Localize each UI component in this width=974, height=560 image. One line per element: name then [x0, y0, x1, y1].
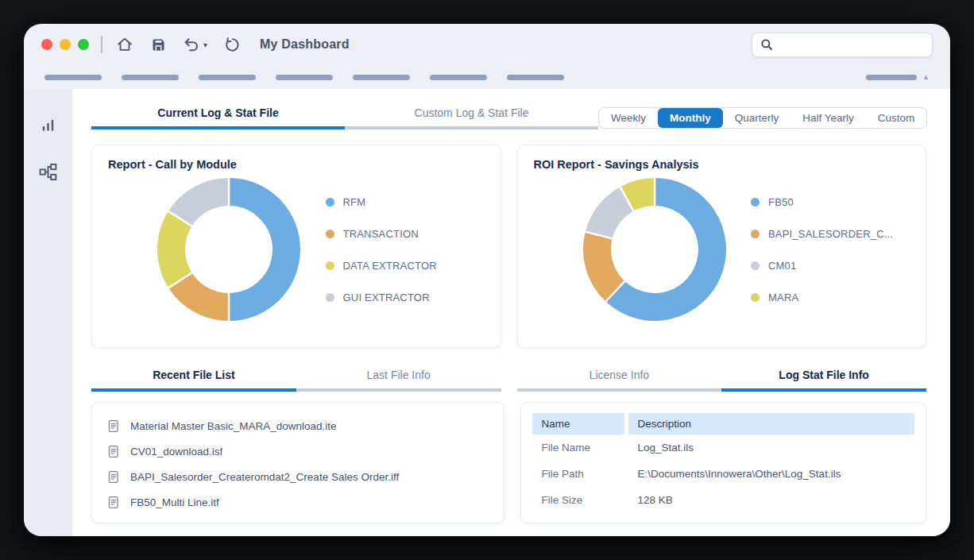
home-icon — [116, 36, 133, 53]
log-stat-file-info-card: NameDescription File NameLog_Stat.ilsFil… — [520, 402, 927, 523]
row-description: E:\Documents\Innowera\Other\Log_Stat.ils — [628, 468, 915, 480]
legend-dot — [751, 293, 759, 302]
tab-current-log-stat-file[interactable]: Current Log & Stat File — [91, 106, 345, 129]
legend-label: CM01 — [768, 260, 796, 272]
menu-item-placeholder[interactable] — [44, 75, 102, 80]
menu-item-placeholder[interactable] — [507, 75, 564, 80]
search-icon — [759, 37, 774, 52]
menubar-left — [44, 75, 584, 80]
legend-label: RFM — [343, 196, 366, 208]
legend-dot — [326, 198, 334, 207]
call-by-module-card: Report - Call by Module RFMTRANSACTIONDA… — [91, 145, 501, 348]
menubar-right: ▲ — [866, 73, 930, 81]
legend-dot — [326, 230, 334, 238]
time-filter-option-monthly[interactable]: Monthly — [658, 108, 723, 128]
file-name: BAPI_Salesorder_Createromdat2_Create Sal… — [130, 471, 399, 483]
legend-item-rfm: RFM — [326, 196, 475, 208]
time-range-selector: WeeklyMonthlyQuarterlyHalf YearlyCustom — [598, 107, 927, 129]
legend-dot — [326, 293, 334, 302]
legend-dot — [751, 198, 759, 207]
tab-custom-log-stat-file[interactable]: Custom Log & Stat File — [345, 106, 598, 129]
recent-file-list-card: Material Master Basic_MARA_download.ite … — [91, 402, 504, 523]
document-icon — [106, 495, 120, 510]
search-input[interactable] — [779, 38, 925, 52]
row-description: 128 KB — [628, 494, 915, 506]
bottom-tabs-row: Recent File ListLast File Info License I… — [91, 369, 926, 392]
legend-label: MARA — [768, 292, 798, 303]
menu-item-placeholder[interactable] — [276, 75, 333, 80]
table-row: File NameLog_Stat.ils — [532, 434, 915, 461]
file-list-item[interactable]: Material Master Basic_MARA_download.ite — [106, 413, 489, 438]
column-header-description: Description — [628, 413, 915, 434]
legend-label: FB50 — [768, 196, 794, 208]
menu-item-placeholder[interactable] — [866, 75, 917, 80]
sidebar-item-processes[interactable] — [36, 159, 61, 184]
bottom-cards-row: Material Master Basic_MARA_download.ite … — [91, 402, 926, 523]
column-header-name: Name — [532, 413, 624, 434]
time-filter-option-half-yearly[interactable]: Half Yearly — [790, 108, 866, 128]
tab-recent-file-list[interactable]: Recent File List — [91, 369, 296, 392]
row-name: File Path — [532, 468, 624, 480]
charts-row: Report - Call by Module RFMTRANSACTIONDA… — [91, 145, 926, 348]
titlebar: ▾ My Dashboard — [24, 24, 950, 65]
main-content: Current Log & Stat FileCustom Log & Stat… — [72, 89, 950, 536]
menu-item-placeholder[interactable] — [430, 75, 487, 80]
top-row: Current Log & Stat FileCustom Log & Stat… — [91, 106, 926, 129]
legend-item-cm01: CM01 — [751, 260, 900, 272]
sidebar-item-dashboard[interactable] — [36, 113, 61, 138]
app-window: ▾ My Dashboard ▲ — [24, 24, 950, 536]
file-list-item[interactable]: BAPI_Salesorder_Createromdat2_Create Sal… — [106, 464, 489, 489]
file-name: FB50_Multi Line.itf — [130, 496, 219, 508]
menu-item-placeholder[interactable] — [199, 75, 256, 80]
chart-body: RFMTRANSACTIONDATA EXTRACTORGUI EXTRACTO… — [108, 171, 485, 328]
save-icon — [150, 37, 167, 53]
refresh-icon — [223, 37, 240, 53]
refresh-button[interactable] — [222, 35, 241, 54]
file-list: Material Master Basic_MARA_download.ite … — [106, 413, 489, 515]
tab-log-stat-file-info[interactable]: Log Stat File Info — [721, 369, 926, 392]
legend-item-mara: MARA — [751, 292, 900, 303]
undo-icon — [183, 36, 200, 53]
donut-chart[interactable] — [153, 173, 305, 326]
home-button[interactable] — [115, 35, 134, 54]
file-list-item[interactable]: CV01_download.isf — [106, 438, 489, 464]
menu-item-placeholder[interactable] — [122, 75, 179, 80]
row-description: Log_Stat.ils — [628, 442, 915, 454]
menu-item-placeholder[interactable] — [353, 75, 410, 80]
file-list-tabs: Recent File ListLast File Info — [91, 369, 501, 392]
undo-button[interactable] — [182, 35, 201, 54]
log-stat-tabs: Current Log & Stat FileCustom Log & Stat… — [91, 106, 598, 129]
maximize-window-button[interactable] — [78, 39, 89, 50]
undo-dropdown-caret[interactable]: ▾ — [202, 41, 209, 49]
hierarchy-icon — [38, 162, 58, 182]
file-name: Material Master Basic_MARA_download.ite — [130, 420, 337, 432]
file-list-item[interactable]: FB50_Multi Line.itf — [106, 489, 489, 515]
chart-legend: FB50BAPI_SALESORDER_C...CM01MARA — [751, 196, 900, 303]
legend-item-data-extractor: DATA EXTRACTOR — [326, 260, 475, 272]
tab-license-info[interactable]: License Info — [517, 369, 722, 392]
info-tabs: License InfoLog Stat File Info — [517, 369, 927, 392]
minimize-window-button[interactable] — [60, 39, 71, 50]
table-row: File Size128 KB — [532, 487, 915, 513]
sidebar — [24, 89, 72, 536]
search-box — [752, 33, 933, 57]
tab-last-file-info[interactable]: Last File Info — [296, 369, 501, 392]
table-body: File NameLog_Stat.ilsFile PathE:\Documen… — [532, 434, 915, 513]
save-button[interactable] — [149, 35, 168, 54]
document-icon — [106, 469, 120, 485]
time-filter-option-weekly[interactable]: Weekly — [599, 108, 658, 128]
donut-chart[interactable] — [578, 173, 731, 326]
legend-label: TRANSACTION — [343, 228, 419, 240]
donut-slice-rfm[interactable] — [229, 177, 301, 322]
undo-group: ▾ — [182, 35, 209, 54]
close-window-button[interactable] — [41, 39, 52, 50]
time-filter-option-custom[interactable]: Custom — [866, 108, 927, 128]
legend-label: BAPI_SALESORDER_C... — [768, 228, 893, 240]
bar-chart-icon — [39, 116, 58, 135]
time-filter-option-quarterly[interactable]: Quarterly — [723, 108, 791, 128]
legend-dot — [326, 261, 334, 270]
legend-item-fb50: FB50 — [751, 196, 900, 208]
file-name: CV01_download.isf — [130, 446, 222, 458]
card-title: Report - Call by Module — [108, 158, 485, 171]
window-body: Current Log & Stat FileCustom Log & Stat… — [24, 89, 950, 536]
